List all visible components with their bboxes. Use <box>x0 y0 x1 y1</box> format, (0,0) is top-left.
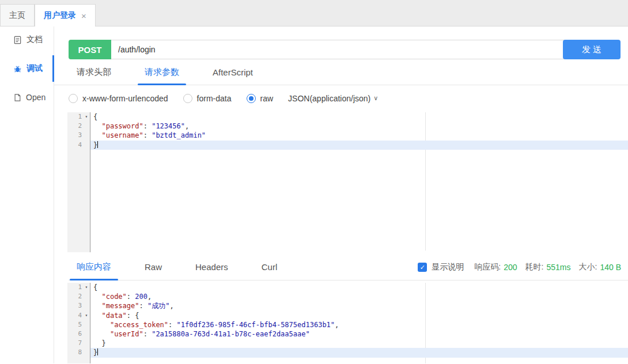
gutter-fold-cell <box>83 329 90 339</box>
sidebar-item-docs[interactable]: 文档 <box>0 31 54 48</box>
tab-user-login[interactable]: 用户登录 × <box>35 4 96 26</box>
method-button[interactable]: POST <box>69 40 111 59</box>
radio-x-www-form-urlencoded[interactable]: x-www-form-urlencoded <box>69 94 168 103</box>
code-line[interactable]: 7 } <box>67 339 628 348</box>
code-line[interactable] <box>67 243 628 252</box>
sidebar-item-docs-label: 文档 <box>27 35 43 45</box>
code-text[interactable] <box>90 358 628 364</box>
code-text[interactable] <box>90 233 628 242</box>
code-line[interactable] <box>67 159 628 168</box>
code-line[interactable]: 2 "code": 200, <box>67 292 628 301</box>
content-type-select[interactable]: JSON(application/json) ∨ <box>288 94 378 103</box>
code-text[interactable] <box>90 196 628 206</box>
code-line[interactable] <box>67 196 628 206</box>
gutter-fold-cell <box>83 159 90 168</box>
gutter-fold-cell <box>83 233 90 242</box>
line-number: 2 <box>67 292 83 301</box>
tab-request-headers[interactable]: 请求头部 <box>69 59 119 85</box>
code-text[interactable]: "access_token": "1f0df236-985f-46cf-bfb4… <box>90 320 628 329</box>
code-text[interactable] <box>90 206 628 215</box>
code-line[interactable] <box>67 206 628 215</box>
body-type-row: x-www-form-urlencoded form-data raw JSON… <box>54 85 628 111</box>
code-line[interactable]: 2 "password": "123456", <box>67 122 628 131</box>
code-line[interactable]: 6 "userId": "2a15880a-763d-41a1-b78c-eae… <box>67 329 628 339</box>
code-text[interactable]: "password": "123456", <box>90 122 628 131</box>
show-description-checkbox[interactable]: ✓ <box>418 263 427 272</box>
code-line[interactable] <box>67 224 628 233</box>
radio-form-data[interactable]: form-data <box>183 94 232 103</box>
close-icon[interactable]: × <box>81 11 86 21</box>
code-text[interactable] <box>90 215 628 224</box>
fold-arrow-icon[interactable]: ▾ <box>83 311 90 320</box>
code-text[interactable] <box>90 150 628 159</box>
code-text[interactable] <box>90 159 628 168</box>
code-text[interactable]: "data": { <box>90 311 628 320</box>
gutter-fold-cell <box>83 243 90 252</box>
app-body: 文档 调试 Open POST 发 送 请求头 <box>0 26 628 363</box>
fold-arrow-icon[interactable]: ▾ <box>83 112 90 122</box>
status-code-label: 响应码: <box>474 262 501 272</box>
response-body-editor[interactable]: 1▾{2 "code": 200,3 "message": "成功",4▾ "d… <box>67 283 628 363</box>
code-text[interactable] <box>90 168 628 177</box>
code-line[interactable] <box>67 215 628 224</box>
send-button[interactable]: 发 送 <box>563 40 621 59</box>
tab-response-raw-label: Raw <box>145 262 162 272</box>
code-line[interactable] <box>67 150 628 159</box>
code-text[interactable]: "message": "成功", <box>90 301 628 310</box>
request-tabs: 请求头部 请求参数 AfterScript <box>54 59 628 85</box>
code-line[interactable] <box>67 187 628 196</box>
code-text[interactable] <box>90 224 628 233</box>
code-text[interactable]: } <box>90 348 628 357</box>
code-line[interactable] <box>67 177 628 187</box>
line-number: 3 <box>67 301 83 310</box>
code-text[interactable] <box>90 243 628 252</box>
code-line[interactable]: 3 "username": "bztdt_admin" <box>67 131 628 140</box>
code-text[interactable] <box>90 187 628 196</box>
code-text[interactable]: } <box>90 141 628 150</box>
radio-label: raw <box>260 94 274 103</box>
sidebar-item-open[interactable]: Open <box>0 89 54 106</box>
request-body-editor[interactable]: 1▾{2 "password": "123456",3 "username": … <box>67 112 628 251</box>
code-text[interactable]: "code": 200, <box>90 292 628 301</box>
tab-afterscript[interactable]: AfterScript <box>205 59 261 85</box>
tab-response-headers[interactable]: Headers <box>187 254 236 280</box>
code-line[interactable]: 4▾ "data": { <box>67 311 628 320</box>
gutter-fold-cell <box>83 224 90 233</box>
tab-home[interactable]: 主页 <box>0 4 35 26</box>
code-line[interactable]: 8} <box>67 348 628 357</box>
code-line[interactable] <box>67 358 628 364</box>
code-line[interactable]: 1▾{ <box>67 112 628 122</box>
code-text[interactable]: "userId": "2a15880a-763d-41a1-b78c-eaef2… <box>90 329 628 339</box>
code-text[interactable]: "username": "bztdt_admin" <box>90 131 628 140</box>
code-line[interactable] <box>67 168 628 177</box>
tab-request-params[interactable]: 请求参数 <box>137 59 187 85</box>
tab-response-headers-label: Headers <box>195 262 228 272</box>
gutter-fold-cell <box>83 358 90 364</box>
sidebar-item-debug[interactable]: 调试 <box>0 60 54 77</box>
code-line[interactable]: 5 "access_token": "1f0df236-985f-46cf-bf… <box>67 320 628 329</box>
code-text[interactable]: } <box>90 339 628 348</box>
radio-selected-icon <box>247 94 256 103</box>
bug-icon <box>13 65 22 73</box>
code-text[interactable]: { <box>90 283 628 292</box>
url-input[interactable] <box>111 40 565 59</box>
code-line[interactable]: 4} <box>67 141 628 150</box>
line-number <box>67 215 83 224</box>
radio-raw[interactable]: raw <box>247 94 274 103</box>
code-line[interactable]: 3 "message": "成功", <box>67 301 628 310</box>
line-number <box>67 168 83 177</box>
code-text[interactable] <box>90 177 628 187</box>
code-line[interactable]: 1▾{ <box>67 283 628 292</box>
content-type-label: JSON(application/json) <box>288 94 370 103</box>
code-line[interactable] <box>67 233 628 242</box>
tab-response-content[interactable]: 响应内容 <box>69 254 119 280</box>
tab-response-curl[interactable]: Curl <box>254 254 286 280</box>
fold-arrow-icon[interactable]: ▾ <box>83 283 90 292</box>
tab-response-raw[interactable]: Raw <box>137 254 170 280</box>
tab-request-headers-label: 请求头部 <box>77 67 111 78</box>
radio-icon <box>183 94 192 103</box>
code-text[interactable]: { <box>90 112 628 122</box>
line-number <box>67 243 83 252</box>
file-icon <box>13 93 21 102</box>
line-number <box>67 187 83 196</box>
